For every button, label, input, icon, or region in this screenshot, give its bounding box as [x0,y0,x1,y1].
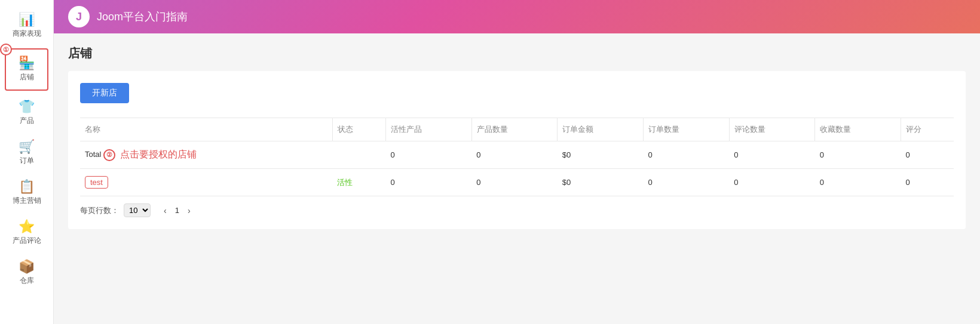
annotation-circle: ② [103,149,115,161]
total-order-amount: $0 [558,141,644,169]
sidebar-label-warehouse: 仓库 [20,276,34,286]
sidebar-item-store[interactable]: ① 🏪 店铺 [5,48,48,91]
col-review-count: 评论数量 [729,118,815,141]
sidebar-label-reviews: 产品评论 [13,236,41,246]
sidebar-item-performance[interactable]: 📊 商家表现 [0,6,53,46]
sidebar-item-marketing[interactable]: 📋 博主营销 [0,173,53,213]
performance-icon: 📊 [19,13,35,26]
products-icon: 👕 [19,100,35,113]
annotation-text: 点击要授权的店铺 [120,149,197,159]
total-active-products: 0 [386,141,472,169]
total-order-count: 0 [643,141,729,169]
col-favorite-count: 收藏数量 [815,118,901,141]
store-review-count: 0 [729,169,815,196]
total-product-count: 0 [471,141,558,169]
warehouse-icon: 📦 [19,260,35,273]
store-active-products: 0 [386,169,472,196]
store-status-cell: 活性 [332,169,386,196]
col-name: 名称 [80,118,332,141]
col-product-count: 产品数量 [471,118,558,141]
sidebar-label-products: 产品 [20,116,34,126]
total-status [332,141,386,169]
store-name-cell[interactable]: test [80,169,332,196]
status-badge: 活性 [337,178,353,187]
sidebar-label-marketing: 博主营销 [13,196,41,206]
store-icon: 🏪 [19,57,35,70]
total-row: Total ② 点击要授权的店铺 0 0 $0 0 0 0 0 [80,141,954,169]
header-banner: J Joom平台入门指南 [54,0,980,33]
store-badge: ① [0,44,12,55]
table-header-row: 名称 状态 活性产品 产品数量 订单金额 订单数量 评论数量 收藏数量 评分 [80,118,954,141]
sidebar-item-reviews[interactable]: ⭐ 产品评论 [0,213,53,253]
page-title: 店铺 [68,45,966,61]
total-rating: 0 [901,141,954,169]
sidebar-item-products[interactable]: 👕 产品 [0,93,53,133]
total-label: Total ② 点击要授权的店铺 [80,141,332,169]
rows-per-page-label: 每页行数： [80,205,119,216]
col-status: 状态 [332,118,386,141]
store-card: 开新店 名称 状态 活性产品 产品数量 订单金额 订单数量 评论数量 收藏数量 [68,71,966,229]
sidebar-label-performance: 商家表现 [13,29,41,39]
store-name-link[interactable]: test [85,176,108,189]
col-active-products: 活性产品 [386,118,472,141]
col-rating: 评分 [901,118,954,141]
current-page: 1 [175,206,179,215]
sidebar-item-orders[interactable]: 🛒 订单 [0,133,53,173]
sidebar: 📊 商家表现 ① 🏪 店铺 👕 产品 🛒 订单 📋 博主营销 ⭐ 产品评论 📦 … [0,0,54,324]
open-store-button[interactable]: 开新店 [80,83,129,103]
next-page-button[interactable]: › [184,205,194,217]
orders-icon: 🛒 [19,140,35,153]
col-order-amount: 订单金额 [558,118,644,141]
store-order-count: 0 [643,169,729,196]
table-row[interactable]: test 活性 0 0 $0 0 0 0 0 [80,169,954,196]
marketing-icon: 📋 [19,180,35,193]
store-product-count: 0 [471,169,558,196]
sidebar-label-store: 店铺 [20,72,34,82]
page-area: 店铺 开新店 名称 状态 活性产品 产品数量 订单金额 订单数量 评论数量 [54,33,980,324]
rows-per-page-select[interactable]: 10 20 50 [124,203,151,217]
stores-table: 名称 状态 活性产品 产品数量 订单金额 订单数量 评论数量 收藏数量 评分 [80,118,954,196]
reviews-icon: ⭐ [19,220,35,233]
pagination: 每页行数： 10 20 50 ‹ 1 › [80,203,954,217]
store-order-amount: $0 [558,169,644,196]
store-rating: 0 [901,169,954,196]
header-title: Joom平台入门指南 [97,10,188,24]
table-container: 名称 状态 活性产品 产品数量 订单金额 订单数量 评论数量 收藏数量 评分 [80,118,954,217]
sidebar-label-orders: 订单 [20,156,34,166]
total-favorite-count: 0 [815,141,901,169]
sidebar-item-warehouse[interactable]: 📦 仓库 [0,253,53,293]
joom-logo: J [68,6,90,27]
col-order-count: 订单数量 [643,118,729,141]
total-review-count: 0 [729,141,815,169]
main-content: J Joom平台入门指南 店铺 开新店 名称 状态 活性产品 产品数量 订单金额… [54,0,980,324]
prev-page-button[interactable]: ‹ [160,205,170,217]
store-favorite-count: 0 [815,169,901,196]
